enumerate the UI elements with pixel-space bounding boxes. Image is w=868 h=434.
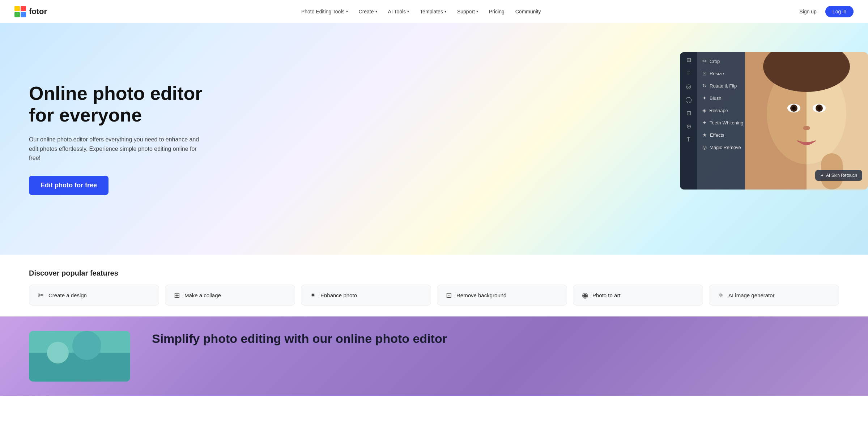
bottom-title: Simplify photo editing with our online p… [152, 331, 839, 346]
chevron-down-icon: ▾ [346, 9, 348, 13]
teeth-icon: ✦ [702, 120, 707, 125]
tool-rotate[interactable]: ↻ Rotate & Flip [697, 80, 752, 92]
hero-description: Our online photo editor offers everythin… [29, 135, 203, 163]
enhance-photo-icon: ✦ [310, 291, 316, 299]
tool-crop[interactable]: ✂ Crop [697, 55, 752, 67]
feature-create-design[interactable]: ✂ Create a design [29, 285, 159, 306]
make-collage-icon: ⊞ [174, 291, 180, 299]
layers-icon[interactable]: ⊡ [686, 110, 691, 116]
chevron-down-icon: ▾ [375, 9, 377, 13]
svg-point-22 [72, 331, 101, 360]
features-grid: ✂ Create a design ⊞ Make a collage ✦ Enh… [29, 285, 839, 306]
logo-icon [14, 6, 26, 17]
chevron-down-icon: ▾ [444, 9, 446, 13]
ai-skin-retouch-badge: ✦ AI Skin Retouch [815, 170, 862, 181]
hero-section: Online photo editor for everyone Our onl… [0, 23, 868, 255]
svg-point-16 [817, 106, 821, 110]
feature-create-design-label: Create a design [48, 292, 87, 298]
text-icon[interactable]: T [687, 136, 690, 143]
grid-icon[interactable]: ⊞ [686, 56, 691, 63]
svg-rect-1 [21, 6, 26, 11]
edit-photo-cta-button[interactable]: Edit photo for free [29, 176, 109, 195]
photo-to-art-icon: ◉ [582, 291, 588, 299]
group-icon[interactable]: ⊛ [686, 123, 691, 130]
logo[interactable]: fotor [14, 6, 47, 17]
nav-support[interactable]: Support ▾ [453, 7, 482, 17]
nav-actions: Sign up Log in [795, 6, 854, 17]
login-button[interactable]: Log in [825, 6, 854, 17]
svg-rect-0 [14, 6, 20, 11]
photo-panel: ✦ AI Skin Retouch [745, 52, 868, 190]
resize-icon: ⊡ [702, 71, 707, 76]
tool-effects[interactable]: ★ Effects [697, 129, 752, 141]
bottom-preview-svg [29, 331, 130, 382]
feature-remove-background[interactable]: ⊡ Remove background [437, 285, 567, 306]
face-icon[interactable]: ◯ [685, 96, 692, 103]
editor-panel: ⊞ ≡ ◎ ◯ ⊡ ⊛ T ✂ Crop ⊡ Resize ↻ R [680, 52, 752, 190]
remove-bg-icon: ⊡ [446, 291, 452, 299]
rotate-icon: ↻ [702, 83, 707, 89]
nav-ai-tools[interactable]: AI Tools ▾ [384, 7, 414, 17]
reshape-icon: ◈ [702, 107, 706, 113]
editor-sidebar: ⊞ ≡ ◎ ◯ ⊡ ⊛ T [680, 52, 697, 190]
feature-ai-image-gen-label: AI image generator [728, 292, 775, 298]
svg-rect-3 [21, 12, 26, 17]
ai-image-gen-icon: ✧ [718, 291, 724, 299]
signup-button[interactable]: Sign up [795, 7, 821, 17]
svg-point-21 [47, 342, 69, 363]
hero-title: Online photo editor for everyone [29, 83, 224, 126]
brand-name: fotor [29, 7, 47, 16]
feature-photo-to-art[interactable]: ◉ Photo to art [573, 285, 703, 306]
main-navigation: fotor Photo Editing Tools ▾ Create ▾ AI … [0, 0, 868, 23]
bottom-section: Simplify photo editing with our online p… [0, 316, 868, 396]
features-section: Discover popular features ✂ Create a des… [0, 255, 868, 316]
nav-create[interactable]: Create ▾ [354, 7, 382, 17]
nav-photo-editing-tools[interactable]: Photo Editing Tools ▾ [297, 7, 352, 17]
chevron-down-icon: ▾ [476, 9, 478, 13]
face-photo: ✦ AI Skin Retouch [745, 52, 868, 190]
magic-icon: ◎ [702, 144, 707, 150]
hero-content: Online photo editor for everyone Our onl… [29, 83, 224, 195]
sliders-icon[interactable]: ≡ [687, 70, 690, 76]
effects-icon: ★ [702, 132, 707, 138]
svg-point-13 [792, 106, 796, 110]
chevron-down-icon: ▾ [407, 9, 409, 13]
svg-point-17 [803, 126, 810, 130]
face-photo-svg [745, 52, 868, 190]
bottom-text: Simplify photo editing with our online p… [152, 331, 839, 346]
features-title: Discover popular features [29, 269, 839, 277]
nav-community[interactable]: Community [511, 7, 545, 17]
tool-blush[interactable]: ✦ Blush [697, 92, 752, 104]
hero-editor-preview: ⊞ ≡ ◎ ◯ ⊡ ⊛ T ✂ Crop ⊡ Resize ↻ R [680, 52, 868, 197]
nav-links: Photo Editing Tools ▾ Create ▾ AI Tools … [297, 7, 545, 17]
crop-icon: ✂ [702, 58, 707, 64]
create-design-icon: ✂ [38, 291, 44, 299]
nav-templates[interactable]: Templates ▾ [416, 7, 451, 17]
nav-pricing[interactable]: Pricing [485, 7, 509, 17]
eye-icon[interactable]: ◎ [686, 83, 691, 90]
blush-icon: ✦ [702, 95, 707, 101]
tool-teeth-whitening[interactable]: ✦ Teeth Whitening [697, 116, 752, 129]
svg-rect-2 [14, 12, 20, 17]
tool-reshape[interactable]: ◈ Reshape [697, 104, 752, 116]
feature-enhance-photo-label: Enhance photo [320, 292, 357, 298]
editor-tools-list: ✂ Crop ⊡ Resize ↻ Rotate & Flip ✦ Blush … [697, 52, 752, 190]
ai-icon: ✦ [820, 173, 824, 178]
tool-resize[interactable]: ⊡ Resize [697, 67, 752, 80]
bottom-image-preview [29, 331, 130, 382]
feature-remove-bg-label: Remove background [456, 292, 506, 298]
tool-magic-remove[interactable]: ◎ Magic Remove [697, 141, 752, 153]
feature-enhance-photo[interactable]: ✦ Enhance photo [301, 285, 431, 306]
feature-photo-to-art-label: Photo to art [592, 292, 621, 298]
feature-ai-image-generator[interactable]: ✧ AI image generator [709, 285, 839, 306]
feature-make-collage-label: Make a collage [184, 292, 221, 298]
feature-make-collage[interactable]: ⊞ Make a collage [165, 285, 295, 306]
